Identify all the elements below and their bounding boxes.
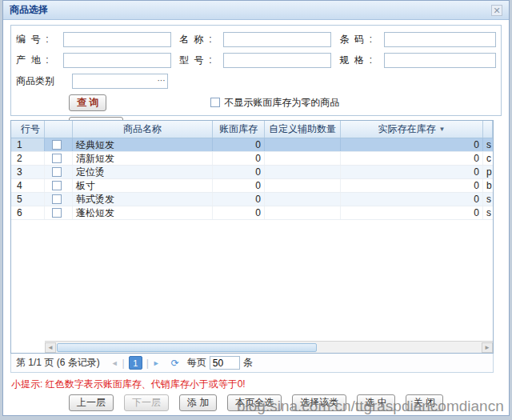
row-checkbox[interactable] bbox=[52, 181, 62, 190]
table-row[interactable]: 1 经典短发 0 0 s bbox=[11, 138, 493, 152]
zero-stock-checkbox-label: 不显示账面库存为零的商品 bbox=[224, 96, 339, 110]
barcode-label: 条 码 : bbox=[339, 33, 384, 46]
cell-book-inventory: 0 bbox=[213, 152, 265, 165]
product-grid: 行号 商品名称 账面库存 自定义辅助数量 实际存在库存 ▼ 1 经典短发 0 0… bbox=[10, 120, 494, 354]
col-header-name[interactable]: 商品名称 bbox=[73, 121, 213, 138]
cell-aux-qty bbox=[265, 179, 341, 192]
table-row[interactable]: 5 韩式烫发 0 0 s bbox=[11, 193, 493, 206]
table-row[interactable]: 4 板寸 0 0 b bbox=[11, 179, 493, 193]
pagination-separator: | bbox=[146, 358, 149, 369]
scrollbar-thumb[interactable] bbox=[57, 343, 317, 352]
add-button[interactable]: 添 加 bbox=[179, 394, 217, 411]
cell-actual-inventory: 0 bbox=[341, 138, 483, 151]
cell-aux-qty bbox=[265, 138, 341, 151]
form-row-1: 编 号 : 名 称 : 条 码 : bbox=[16, 31, 496, 48]
search-form: 编 号 : 名 称 : 条 码 : 产 地 : 型 号 : 规 格 : 商品类别… bbox=[10, 25, 502, 116]
cell-code-fragment: s bbox=[483, 193, 493, 206]
dialog-title: 商品选择 bbox=[10, 3, 48, 17]
category-label: 商品类别 bbox=[16, 74, 72, 88]
cell-actual-inventory: 0 bbox=[341, 179, 483, 192]
col-header-check[interactable] bbox=[45, 121, 73, 138]
cell-book-inventory: 0 bbox=[213, 206, 265, 219]
cell-rowno: 3 bbox=[11, 166, 45, 178]
model-input[interactable] bbox=[223, 53, 331, 68]
select-all-page-button[interactable]: 本页全选 bbox=[227, 394, 282, 411]
table-row[interactable]: 3 定位烫 0 0 p bbox=[11, 166, 493, 179]
per-page-input[interactable] bbox=[210, 356, 240, 370]
cell-check bbox=[45, 206, 73, 219]
ellipsis-icon[interactable]: ··· bbox=[156, 76, 166, 86]
zero-stock-option: 不显示账面库存为零的商品 bbox=[210, 96, 339, 110]
row-checkbox[interactable] bbox=[52, 154, 62, 163]
cell-rowno: 4 bbox=[11, 179, 45, 192]
cell-name: 蓬松短发 bbox=[73, 206, 213, 219]
cell-code-fragment: s bbox=[483, 206, 493, 219]
upper-level-button[interactable]: 上一层 bbox=[69, 394, 114, 411]
cell-rowno: 2 bbox=[11, 152, 45, 165]
col-header-aux-qty[interactable]: 自定义辅助数量 bbox=[265, 121, 341, 138]
cell-actual-inventory: 0 bbox=[341, 206, 483, 219]
close-button[interactable]: 关 闭 bbox=[406, 394, 443, 411]
select-button[interactable]: 选 中 bbox=[357, 394, 394, 411]
cell-book-inventory: 0 bbox=[213, 193, 265, 206]
origin-input[interactable] bbox=[63, 53, 171, 68]
row-checkbox[interactable] bbox=[52, 208, 62, 218]
dialog-titlebar: 商品选择 ✕ bbox=[3, 1, 509, 20]
cell-book-inventory: 0 bbox=[213, 166, 265, 178]
prev-page-icon[interactable]: ◄ bbox=[111, 359, 118, 367]
zero-stock-checkbox[interactable] bbox=[210, 98, 220, 107]
pagination-separator: | bbox=[122, 358, 125, 369]
cell-book-inventory: 0 bbox=[213, 138, 265, 151]
cell-name: 板寸 bbox=[73, 179, 213, 192]
current-page-button[interactable]: 1 bbox=[129, 356, 142, 370]
spec-label: 规 格 : bbox=[339, 54, 384, 67]
code-input[interactable] bbox=[63, 32, 171, 47]
cell-aux-qty bbox=[265, 152, 341, 165]
name-label: 名 称 : bbox=[179, 33, 224, 46]
cell-book-inventory: 0 bbox=[213, 179, 265, 192]
cell-rowno: 5 bbox=[11, 193, 45, 206]
cell-rowno: 6 bbox=[11, 206, 45, 219]
cell-check bbox=[45, 152, 73, 165]
col-header-actual-label: 实际存在库存 bbox=[378, 122, 436, 136]
select-category-button[interactable]: 选择该类 bbox=[292, 394, 346, 411]
cell-aux-qty bbox=[265, 166, 341, 178]
model-label: 型 号 : bbox=[179, 54, 224, 67]
form-row-3: 商品类别 ··· bbox=[16, 73, 496, 90]
horizontal-scrollbar[interactable]: ◄ ► bbox=[45, 341, 493, 353]
table-row[interactable]: 2 清新短发 0 0 c bbox=[11, 152, 493, 166]
cell-actual-inventory: 0 bbox=[341, 152, 483, 165]
cell-aux-qty bbox=[265, 193, 341, 206]
col-header-extra bbox=[483, 121, 493, 138]
next-page-icon[interactable]: ► bbox=[153, 359, 160, 367]
cell-actual-inventory: 0 bbox=[341, 166, 483, 178]
cell-name: 韩式烫发 bbox=[73, 193, 213, 206]
category-input[interactable] bbox=[72, 74, 168, 89]
row-checkbox[interactable] bbox=[52, 194, 62, 204]
spec-input[interactable] bbox=[384, 53, 496, 68]
cell-check bbox=[45, 138, 73, 151]
query-button[interactable]: 查 询 bbox=[69, 94, 106, 111]
cell-aux-qty bbox=[265, 206, 341, 219]
query-row: 查 询 不显示账面库存为零的商品 bbox=[69, 94, 496, 111]
name-input[interactable] bbox=[223, 32, 331, 47]
cell-name: 清新短发 bbox=[73, 152, 213, 165]
scroll-right-icon[interactable]: ► bbox=[482, 342, 493, 353]
cell-name: 经典短发 bbox=[73, 138, 213, 151]
origin-label: 产 地 : bbox=[16, 54, 63, 67]
table-row[interactable]: 6 蓬松短发 0 0 s bbox=[11, 206, 493, 220]
barcode-input[interactable] bbox=[384, 32, 496, 47]
row-checkbox[interactable] bbox=[52, 140, 62, 150]
code-label: 编 号 : bbox=[16, 33, 63, 46]
pagination-bar: 第 1/1 页 (6 条记录) ◄ | 1 | ► ⟳ 每页 条 bbox=[10, 354, 494, 373]
sort-desc-icon: ▼ bbox=[439, 126, 446, 133]
scroll-left-icon[interactable]: ◄ bbox=[45, 342, 56, 353]
cell-check bbox=[45, 179, 73, 192]
close-icon[interactable]: ✕ bbox=[491, 5, 502, 16]
col-header-actual-inventory[interactable]: 实际存在库存 ▼ bbox=[341, 121, 483, 138]
refresh-icon[interactable]: ⟳ bbox=[171, 358, 179, 369]
col-header-book-inventory[interactable]: 账面库存 bbox=[213, 121, 265, 138]
col-header-rowno[interactable]: 行号 bbox=[11, 121, 45, 138]
footer-buttons: 上一层 下一层 添 加 本页全选 选择该类 选 中 关 闭 bbox=[3, 394, 509, 411]
row-checkbox[interactable] bbox=[52, 167, 62, 177]
